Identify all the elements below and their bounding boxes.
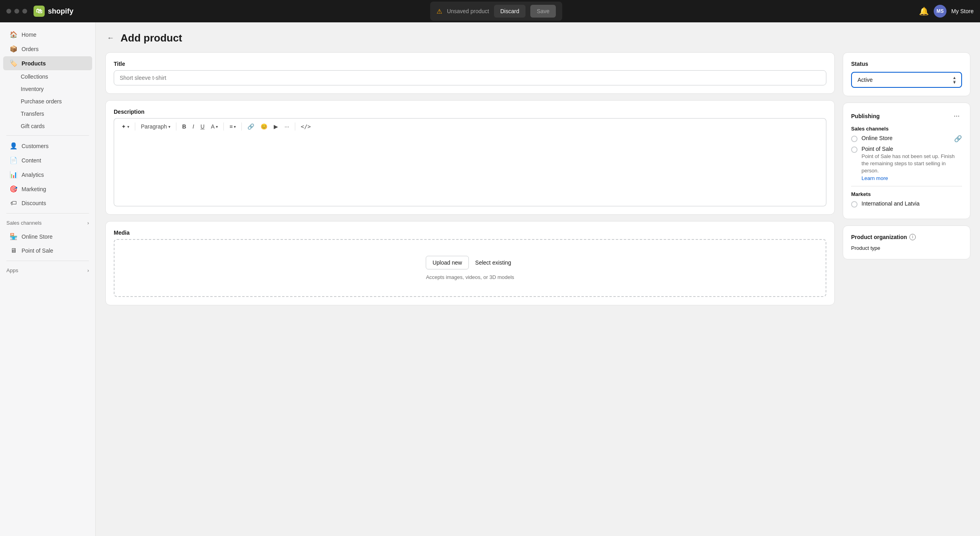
left-column: Title Description ✦ ▾ Paragraph ▾ B: [105, 52, 835, 312]
shopify-bag-icon: 🛍: [34, 6, 45, 17]
online-store-channel-icon: 🔗: [954, 135, 962, 142]
media-hint: Accepts images, videos, or 3D models: [426, 274, 514, 280]
title-input[interactable]: [114, 70, 826, 85]
status-select-wrapper: Active Draft ▲ ▼: [851, 72, 962, 88]
inventory-label: Inventory: [21, 86, 44, 92]
shopify-logo[interactable]: 🛍 shopify: [34, 6, 73, 17]
international-market-name: International and Latvia: [861, 200, 920, 207]
description-card: Description ✦ ▾ Paragraph ▾ B I U A ▾: [105, 100, 835, 215]
sidebar-item-label: Home: [22, 32, 36, 38]
more-options-button[interactable]: ···: [282, 122, 292, 131]
point-of-sale-channel-name: Point of Sale: [861, 146, 962, 152]
text-color-button[interactable]: A ▾: [209, 122, 220, 131]
upload-new-button[interactable]: Upload new: [426, 256, 469, 269]
magic-icon-button[interactable]: ✦ ▾: [119, 122, 132, 131]
sidebar-item-orders[interactable]: 📦 Orders: [3, 42, 92, 56]
sidebar-item-inventory[interactable]: Inventory: [3, 83, 92, 95]
sidebar-item-customers[interactable]: 👤 Customers: [3, 139, 92, 153]
toolbar-separator-1: [135, 123, 135, 131]
sidebar-item-label: Orders: [22, 46, 39, 52]
link-button[interactable]: 🔗: [245, 122, 257, 131]
bold-button[interactable]: B: [180, 122, 188, 131]
status-select[interactable]: Active Draft: [851, 72, 962, 88]
topbar: 🛍 shopify ⚠ Unsaved product Discard Save…: [0, 0, 980, 22]
online-store-radio[interactable]: [851, 136, 858, 142]
sidebar-item-content[interactable]: 📄 Content: [3, 153, 92, 167]
sidebar-item-point-of-sale[interactable]: 🖥 Point of Sale: [3, 244, 92, 257]
publishing-header: Publishing ···: [851, 111, 962, 121]
code-button[interactable]: </>: [298, 122, 313, 131]
gift-cards-label: Gift cards: [21, 123, 45, 129]
avatar[interactable]: MS: [934, 5, 946, 18]
sidebar-item-analytics[interactable]: 📊 Analytics: [3, 168, 92, 182]
save-button[interactable]: Save: [530, 5, 556, 18]
content-label: Content: [22, 157, 41, 164]
point-of-sale-radio[interactable]: [851, 146, 858, 153]
topbar-actions: 🔔 MS My Store: [919, 5, 974, 18]
shopify-wordmark: shopify: [48, 7, 73, 16]
media-card: Media Upload new Select existing Accepts…: [105, 221, 835, 305]
point-of-sale-icon: 🖥: [10, 247, 18, 254]
product-org-header: Product organization i: [851, 234, 962, 240]
title-card: Title: [105, 52, 835, 94]
description-editor[interactable]: [114, 134, 826, 206]
paragraph-label: Paragraph: [141, 123, 167, 130]
sales-channels-section[interactable]: Sales channels ›: [0, 217, 95, 229]
topbar-dots: [6, 9, 27, 14]
back-button[interactable]: ←: [105, 32, 116, 44]
home-icon: 🏠: [10, 31, 18, 38]
publishing-more-button[interactable]: ···: [951, 111, 962, 121]
apps-chevron-icon: ›: [87, 267, 89, 273]
learn-more-link[interactable]: Learn more: [861, 175, 888, 181]
sidebar-item-collections[interactable]: Collections: [3, 71, 92, 83]
emoji-button[interactable]: 😊: [258, 122, 270, 131]
notification-bell-icon[interactable]: 🔔: [919, 6, 929, 16]
layout: 🏠 Home 📦 Orders 🏷️ Products Collections …: [0, 22, 980, 536]
online-store-channel-name: Online Store: [861, 135, 893, 141]
sidebar-item-marketing[interactable]: 🎯 Marketing: [3, 182, 92, 196]
apps-section[interactable]: Apps ›: [0, 264, 95, 277]
sidebar-item-purchase-orders[interactable]: Purchase orders: [3, 95, 92, 107]
sidebar-item-gift-cards[interactable]: Gift cards: [3, 120, 92, 132]
sidebar-item-label: Products: [22, 60, 46, 67]
toolbar-separator-3: [223, 123, 224, 131]
dot-3: [22, 9, 27, 14]
underline-button[interactable]: U: [198, 122, 207, 131]
italic-button[interactable]: I: [190, 122, 197, 131]
sales-channels-label: Sales channels: [6, 220, 41, 226]
sidebar-item-discounts[interactable]: 🏷 Discounts: [3, 196, 92, 210]
description-field-label: Description: [114, 109, 826, 115]
analytics-icon: 📊: [10, 171, 18, 178]
sidebar: 🏠 Home 📦 Orders 🏷️ Products Collections …: [0, 22, 96, 536]
discounts-icon: 🏷: [10, 200, 18, 207]
sidebar-item-products[interactable]: 🏷️ Products: [3, 56, 92, 70]
analytics-label: Analytics: [22, 172, 44, 178]
international-market-radio[interactable]: [851, 201, 858, 208]
page-title: Add product: [121, 32, 182, 44]
collections-label: Collections: [21, 73, 48, 80]
discard-button[interactable]: Discard: [494, 5, 526, 18]
sidebar-item-transfers[interactable]: Transfers: [3, 108, 92, 120]
dot-1: [6, 9, 11, 14]
toolbar-separator-4: [241, 123, 242, 131]
markets-title: Markets: [851, 191, 962, 197]
sales-channels-chevron-icon: ›: [87, 220, 89, 226]
info-icon[interactable]: i: [909, 234, 916, 240]
unsaved-label: Unsaved product: [447, 8, 489, 14]
paragraph-select[interactable]: Paragraph ▾: [138, 122, 173, 131]
purchase-orders-label: Purchase orders: [21, 98, 62, 105]
marketing-label: Marketing: [22, 186, 46, 192]
sidebar-item-home[interactable]: 🏠 Home: [3, 28, 92, 42]
select-existing-button[interactable]: Select existing: [472, 256, 514, 269]
media-play-button[interactable]: ▶: [271, 122, 281, 131]
publishing-card: Publishing ··· Sales channels Online Sto…: [843, 103, 970, 219]
point-of-sale-channel-desc: Point of Sale has not been set up. Finis…: [861, 153, 962, 175]
media-field-label: Media: [114, 229, 826, 236]
content-grid: Title Description ✦ ▾ Paragraph ▾ B: [105, 52, 970, 312]
product-org-title: Product organization: [851, 234, 907, 240]
point-of-sale-label: Point of Sale: [22, 247, 53, 254]
title-field-label: Title: [114, 61, 826, 67]
align-button[interactable]: ≡ ▾: [227, 122, 238, 131]
sidebar-item-online-store[interactable]: 🏪 Online Store: [3, 229, 92, 243]
content-icon: 📄: [10, 156, 18, 164]
